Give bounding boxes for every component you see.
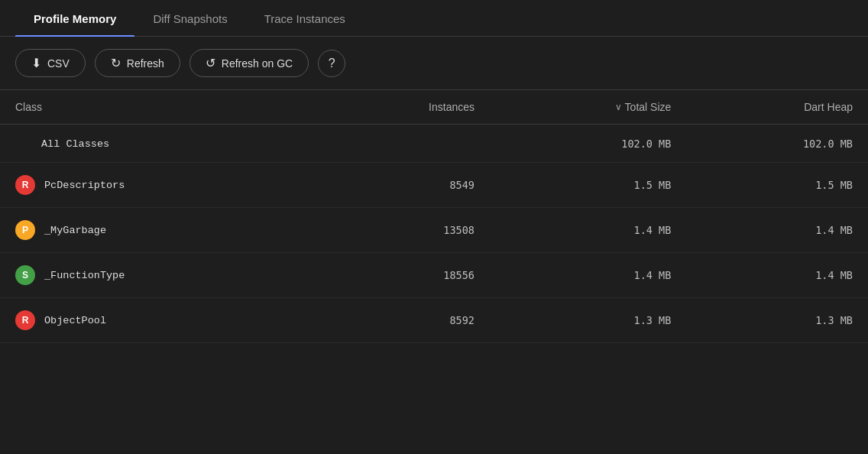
col-header-dart-heap: Dart Heap xyxy=(686,90,868,125)
tab-profile-memory-label: Profile Memory xyxy=(34,12,116,25)
col-header-class: Class xyxy=(0,90,317,125)
total-size-cell: 1.3 MB xyxy=(490,298,686,343)
tab-trace-instances[interactable]: Trace Instances xyxy=(246,0,364,36)
instances-cell: 13508 xyxy=(317,208,490,253)
dart-heap-cell: 1.4 MB xyxy=(686,208,868,253)
memory-table: Class Instances ∨ Total Size Dart Heap xyxy=(0,90,868,343)
total-size-cell: 1.5 MB xyxy=(490,163,686,208)
table-row[interactable]: RObjectPool85921.3 MB1.3 MB xyxy=(0,298,868,343)
class-cell: RObjectPool xyxy=(15,310,302,330)
class-avatar: P xyxy=(15,220,35,240)
col-header-total-size[interactable]: ∨ Total Size xyxy=(490,90,686,125)
memory-table-container: Class Instances ∨ Total Size Dart Heap xyxy=(0,90,868,454)
refresh-gc-icon: ↺ xyxy=(206,56,215,70)
instances-cell: 8592 xyxy=(317,298,490,343)
refresh-label: Refresh xyxy=(127,57,164,70)
download-icon: ⬇ xyxy=(31,56,41,70)
table-row[interactable]: All Classes102.0 MB102.0 MB xyxy=(0,125,868,163)
class-avatar: R xyxy=(15,175,35,195)
csv-button[interactable]: ⬇ CSV xyxy=(15,49,86,77)
help-button[interactable]: ? xyxy=(318,50,345,77)
class-cell: RPcDescriptors xyxy=(15,175,302,195)
class-avatar: R xyxy=(15,310,35,330)
dart-heap-cell: 1.3 MB xyxy=(686,298,868,343)
dart-heap-cell: 102.0 MB xyxy=(686,125,868,163)
class-avatar: S xyxy=(15,265,35,285)
class-name: _FunctionType xyxy=(44,270,125,281)
csv-label: CSV xyxy=(47,57,70,70)
table-row[interactable]: S_FunctionType185561.4 MB1.4 MB xyxy=(0,253,868,298)
refresh-on-gc-label: Refresh on GC xyxy=(222,57,293,70)
tab-profile-memory[interactable]: Profile Memory xyxy=(15,0,134,36)
refresh-button[interactable]: ↻ Refresh xyxy=(95,49,180,77)
total-size-cell: 1.4 MB xyxy=(490,208,686,253)
refresh-on-gc-button[interactable]: ↺ Refresh on GC xyxy=(189,49,309,77)
tab-diff-snapshots-label: Diff Snapshots xyxy=(153,12,227,25)
dart-heap-cell: 1.5 MB xyxy=(686,163,868,208)
table-header-row: Class Instances ∨ Total Size Dart Heap xyxy=(0,90,868,125)
instances-cell xyxy=(317,125,490,163)
class-name: PcDescriptors xyxy=(44,180,125,191)
class-name: ObjectPool xyxy=(44,315,106,326)
tab-bar: Profile Memory Diff Snapshots Trace Inst… xyxy=(0,0,868,37)
class-cell: P_MyGarbage xyxy=(15,220,302,240)
instances-cell: 18556 xyxy=(317,253,490,298)
toolbar: ⬇ CSV ↻ Refresh ↺ Refresh on GC ? xyxy=(0,37,868,90)
class-name: _MyGarbage xyxy=(44,225,106,236)
refresh-icon: ↻ xyxy=(111,56,121,70)
sort-desc-icon: ∨ xyxy=(615,102,622,112)
col-header-instances: Instances xyxy=(317,90,490,125)
class-cell: S_FunctionType xyxy=(15,265,302,285)
dart-heap-cell: 1.4 MB xyxy=(686,253,868,298)
total-size-cell: 1.4 MB xyxy=(490,253,686,298)
total-size-cell: 102.0 MB xyxy=(490,125,686,163)
table-row[interactable]: P_MyGarbage135081.4 MB1.4 MB xyxy=(0,208,868,253)
tab-diff-snapshots[interactable]: Diff Snapshots xyxy=(134,0,245,36)
main-container: Profile Memory Diff Snapshots Trace Inst… xyxy=(0,0,868,454)
tab-trace-instances-label: Trace Instances xyxy=(264,12,345,25)
table-row[interactable]: RPcDescriptors85491.5 MB1.5 MB xyxy=(0,163,868,208)
all-classes-name: All Classes xyxy=(41,138,109,150)
help-icon: ? xyxy=(329,57,335,70)
instances-cell: 8549 xyxy=(317,163,490,208)
